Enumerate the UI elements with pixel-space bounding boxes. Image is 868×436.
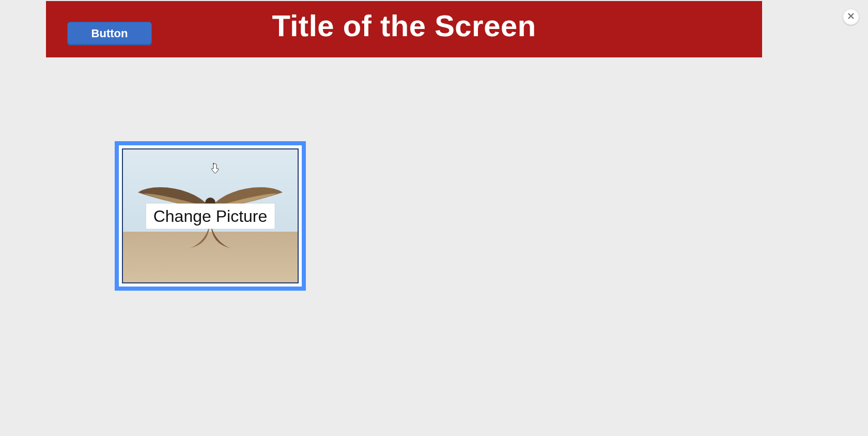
- change-picture-label[interactable]: Change Picture: [146, 203, 275, 229]
- close-button[interactable]: [843, 9, 859, 25]
- picture-frame: Change Picture: [122, 148, 299, 283]
- screen-title: Title of the Screen: [46, 8, 762, 43]
- header-bar: Button Title of the Screen: [46, 1, 762, 57]
- close-icon: [847, 12, 855, 22]
- picture-card[interactable]: Change Picture: [115, 141, 306, 291]
- viewport: Button Title of the Screen: [0, 0, 868, 436]
- screen-stage: Button Title of the Screen: [46, 1, 762, 435]
